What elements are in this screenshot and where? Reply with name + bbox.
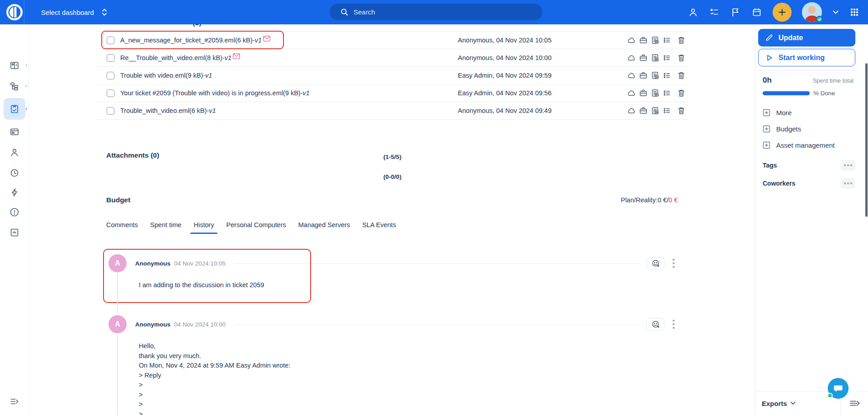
cloud-icon[interactable] bbox=[627, 54, 636, 62]
history-entry: A Anonymous 04 Nov 2024 10:05 I am addin… bbox=[108, 254, 677, 290]
thread-line bbox=[117, 272, 118, 314]
start-working-button[interactable]: Start working bbox=[758, 49, 855, 66]
chat-widget-button[interactable] bbox=[828, 378, 849, 399]
delete-icon[interactable] bbox=[677, 36, 685, 44]
cloud-icon[interactable] bbox=[627, 89, 636, 97]
delete-icon[interactable] bbox=[677, 107, 685, 115]
file-link[interactable]: Re__Trouble_with_video.eml(8 kB) - v1 bbox=[120, 54, 231, 61]
delete-icon[interactable] bbox=[677, 89, 685, 97]
sidebar-item-modules[interactable] bbox=[4, 121, 25, 143]
file-link[interactable]: Trouble with video.eml(9 kB) - v1 bbox=[120, 72, 212, 79]
search-bar[interactable] bbox=[330, 4, 542, 20]
file-link[interactable]: A_new_message_for_ticket_#2059.eml(6 kB)… bbox=[120, 37, 262, 44]
thread-line bbox=[117, 335, 118, 415]
app-grid-icon[interactable] bbox=[849, 7, 860, 18]
file-checkbox[interactable] bbox=[107, 54, 114, 62]
cloud-icon[interactable] bbox=[627, 107, 636, 115]
navbar-divider bbox=[24, 0, 24, 24]
group-menu-button[interactable] bbox=[840, 178, 855, 189]
panel-group-label: Coworkers bbox=[763, 180, 795, 187]
cloud-icon[interactable] bbox=[627, 36, 636, 44]
document-add-icon[interactable] bbox=[651, 36, 659, 44]
file-actions bbox=[627, 107, 685, 115]
sidebar-item-tasks[interactable] bbox=[4, 98, 25, 120]
group-menu-button[interactable] bbox=[840, 160, 855, 171]
expand-sidebar-icon[interactable] bbox=[6, 393, 23, 410]
document-add-icon[interactable] bbox=[651, 71, 659, 79]
left-sidebar: › › › bbox=[0, 24, 29, 415]
sidebar-chevron-icon[interactable]: › bbox=[25, 82, 27, 89]
update-button[interactable]: Update bbox=[758, 29, 855, 47]
panel-group-row: Coworkers bbox=[758, 174, 855, 192]
panel-expand-item[interactable]: Budgets bbox=[758, 121, 855, 137]
details-icon[interactable] bbox=[663, 89, 671, 97]
tab[interactable]: Spent time bbox=[150, 221, 181, 234]
file-link[interactable]: Trouble_with_video.eml(6 kB) - v1 bbox=[120, 107, 216, 114]
avatar-dropdown-chevron-icon[interactable] bbox=[832, 7, 839, 18]
message-line: Hello, bbox=[139, 341, 677, 351]
flag-icon[interactable] bbox=[730, 7, 741, 18]
app-logo-icon[interactable] bbox=[5, 3, 24, 21]
delete-icon[interactable] bbox=[677, 71, 685, 79]
add-reaction-button[interactable] bbox=[646, 257, 665, 270]
file-row: Trouble_with_video.eml(6 kB) - v1 Anonym… bbox=[96, 102, 689, 120]
sidebar-chevron-icon[interactable]: › bbox=[25, 61, 27, 68]
panel-expand-item[interactable]: More bbox=[758, 104, 855, 121]
file-checkbox[interactable] bbox=[107, 37, 114, 44]
file-checkbox[interactable] bbox=[107, 89, 114, 97]
history-entry-header: A Anonymous 04 Nov 2024 10:00 bbox=[108, 315, 677, 333]
sidebar-item-activity[interactable] bbox=[4, 182, 25, 203]
clock-icon bbox=[9, 168, 19, 178]
file-checkbox[interactable] bbox=[107, 107, 114, 115]
sidebar-chevron-icon[interactable]: › bbox=[25, 105, 27, 112]
briefcase-icon[interactable] bbox=[639, 71, 647, 79]
sidebar-item-alerts[interactable] bbox=[4, 201, 25, 223]
document-add-icon[interactable] bbox=[651, 54, 659, 62]
delete-icon[interactable] bbox=[677, 54, 685, 62]
user-avatar[interactable] bbox=[802, 2, 822, 22]
details-icon[interactable] bbox=[663, 107, 671, 115]
chevron-up-square-icon bbox=[9, 228, 19, 238]
sidebar-item-spent-time[interactable] bbox=[4, 162, 25, 184]
sidebar-item-projects[interactable] bbox=[4, 75, 25, 97]
cloud-icon[interactable] bbox=[627, 71, 636, 79]
pencil-icon bbox=[765, 34, 773, 42]
tab[interactable]: History bbox=[193, 221, 214, 234]
briefcase-icon[interactable] bbox=[639, 107, 647, 115]
sidebar-item-users[interactable] bbox=[4, 141, 25, 163]
profile-icon[interactable] bbox=[688, 7, 698, 18]
calendar-icon[interactable] bbox=[751, 7, 762, 18]
add-new-button[interactable] bbox=[773, 3, 792, 22]
panel-expand-item[interactable]: Asset management bbox=[758, 137, 855, 153]
search-input[interactable] bbox=[354, 8, 516, 16]
file-checkbox[interactable] bbox=[107, 72, 114, 79]
tab[interactable]: Personal Computers bbox=[226, 221, 286, 234]
plus-square-icon bbox=[763, 109, 770, 117]
files-pagination: (1-5/5) bbox=[96, 154, 689, 160]
file-row: A_new_message_for_ticket_#2059.eml(6 kB)… bbox=[96, 32, 689, 49]
details-icon[interactable] bbox=[663, 54, 671, 62]
tab[interactable]: Managed Servers bbox=[298, 221, 350, 234]
tab[interactable]: Comments bbox=[106, 221, 138, 234]
file-author-date: Easy Admin, 04 Nov 2024 09:56 bbox=[458, 89, 552, 97]
details-icon[interactable] bbox=[663, 71, 671, 79]
briefcase-icon[interactable] bbox=[639, 89, 647, 97]
details-icon[interactable] bbox=[663, 36, 671, 44]
sidebar-item-dashboard[interactable] bbox=[4, 55, 25, 76]
exports-button[interactable]: Exports bbox=[762, 400, 796, 407]
add-reaction-button[interactable] bbox=[646, 318, 665, 331]
select-dashboard[interactable]: Select dashboard bbox=[41, 0, 108, 24]
checklist-icon[interactable] bbox=[709, 7, 720, 18]
sidebar-item-panel-up[interactable] bbox=[4, 222, 25, 243]
briefcase-icon[interactable] bbox=[639, 54, 647, 62]
message-line: > bbox=[139, 410, 677, 415]
entry-divider bbox=[234, 324, 640, 325]
file-link[interactable]: Your ticket #2059 (Trouble with video) i… bbox=[120, 89, 310, 97]
entry-menu-button[interactable] bbox=[670, 259, 677, 268]
briefcase-icon[interactable] bbox=[639, 36, 647, 44]
tab[interactable]: SLA Events bbox=[362, 221, 396, 234]
document-add-icon[interactable] bbox=[651, 89, 659, 97]
page-scrollbar-thumb[interactable] bbox=[865, 63, 868, 217]
document-add-icon[interactable] bbox=[651, 107, 659, 115]
entry-menu-button[interactable] bbox=[670, 320, 677, 329]
